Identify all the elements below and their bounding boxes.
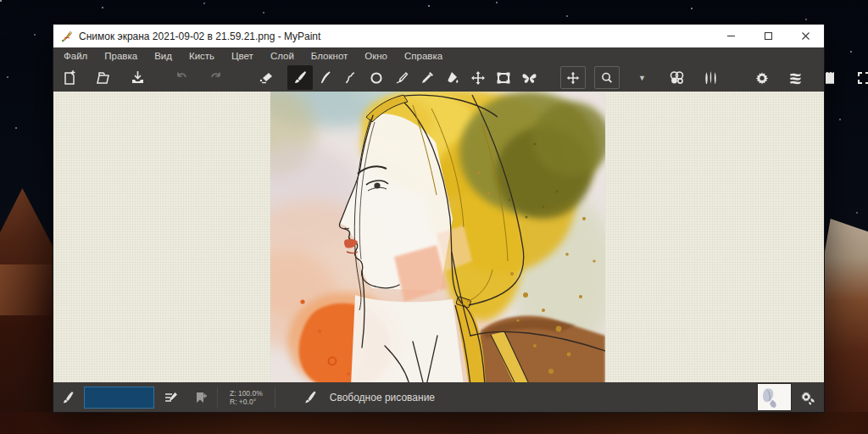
menu-brush[interactable]: Кисть <box>189 51 214 61</box>
color-swatch[interactable] <box>84 387 154 409</box>
maximize-button[interactable] <box>749 25 787 47</box>
desert-rocks-right <box>822 219 868 434</box>
edit-brush-button[interactable] <box>159 390 181 405</box>
scratchpad-options-button[interactable] <box>797 389 819 406</box>
move-layer-icon <box>470 70 487 86</box>
toolbar: ▼ <box>53 64 824 92</box>
inking-icon <box>393 70 410 86</box>
lines-curves-button[interactable] <box>313 65 338 90</box>
canvas-area[interactable] <box>53 92 824 382</box>
freehand-brush-indicator[interactable] <box>299 389 321 405</box>
open-file-icon <box>95 70 112 86</box>
close-button[interactable] <box>787 25 824 47</box>
open-file-button[interactable] <box>91 65 116 90</box>
mypaint-app-icon <box>60 30 74 43</box>
redo-button[interactable] <box>203 65 228 90</box>
ellipse-icon <box>368 70 385 86</box>
move-layer-button[interactable] <box>465 65 491 90</box>
color-picker-button[interactable] <box>415 65 440 90</box>
mypaint-window: Снимок экрана 2021-09-02 в 21.59.21.png … <box>53 24 825 413</box>
gear-brush-icon <box>799 389 816 406</box>
undo-button[interactable] <box>169 65 194 90</box>
window-title: Снимок экрана 2021-09-02 в 21.59.21.png … <box>79 31 320 42</box>
edit-brush-icon <box>163 390 179 405</box>
view-readout: Z: 100.0% R: +0.0° <box>230 389 263 406</box>
desert-rocks-bottom <box>0 412 868 434</box>
redo-icon <box>208 70 224 86</box>
close-icon <box>801 31 810 41</box>
menubar: Файл Правка Вид Кисть Цвет Слой Блокнот … <box>53 47 824 64</box>
brush-list-button[interactable] <box>698 65 724 90</box>
layers-button[interactable] <box>783 65 809 90</box>
titlebar[interactable]: Снимок экрана 2021-09-02 в 21.59.21.png … <box>53 25 824 47</box>
paintbrush-icon <box>292 70 309 86</box>
eraser-button[interactable] <box>253 65 279 90</box>
menu-edit[interactable]: Правка <box>104 51 137 61</box>
symmetry-butterfly-icon <box>520 70 538 86</box>
menu-file[interactable]: Файл <box>64 51 87 61</box>
paintbrush-button[interactable] <box>287 65 313 90</box>
pan-view-button[interactable] <box>560 66 586 89</box>
menu-window[interactable]: Окно <box>364 51 387 61</box>
scratchpad-button[interactable] <box>817 65 843 90</box>
new-file-icon <box>62 70 78 86</box>
statusbar: Z: 100.0% R: +0.0° Свободное рисование <box>53 382 824 412</box>
brush-settings-button[interactable] <box>749 65 775 90</box>
minimize-button[interactable] <box>712 25 749 47</box>
add-bookmark-button[interactable] <box>190 390 212 405</box>
mode-label: Свободное рисование <box>330 392 435 403</box>
minimize-icon <box>726 31 736 41</box>
brush-color-button[interactable] <box>57 390 79 405</box>
tool-dropdown-button[interactable]: ▼ <box>638 74 646 82</box>
save-file-button[interactable] <box>125 65 150 90</box>
scratchpad-icon <box>821 70 838 86</box>
maximize-icon <box>764 31 773 41</box>
frame-icon <box>495 70 512 86</box>
menu-view[interactable]: Вид <box>154 51 172 61</box>
inking-button[interactable] <box>389 65 415 90</box>
zoom-view-icon <box>599 70 615 86</box>
zoom-view-button[interactable] <box>594 66 620 89</box>
eraser-icon <box>258 70 275 86</box>
brushes-icon <box>702 70 720 86</box>
layers-icon <box>787 70 804 86</box>
rotation-readout: R: +0.0° <box>230 398 263 406</box>
brush-color-icon <box>60 390 75 405</box>
fullscreen-icon <box>855 70 868 86</box>
bookmark-plus-icon <box>193 390 209 405</box>
frame-button[interactable] <box>491 65 516 90</box>
connected-lines-button[interactable] <box>338 65 364 90</box>
menu-help[interactable]: Справка <box>404 51 442 61</box>
menu-color[interactable]: Цвет <box>231 51 253 61</box>
new-file-button[interactable] <box>57 65 82 90</box>
thumbnail-sketch <box>758 384 791 410</box>
menu-scratchpad[interactable]: Блокнот <box>311 51 348 61</box>
freehand-brush-icon <box>302 389 318 405</box>
flood-fill-icon <box>444 70 461 86</box>
save-file-icon <box>130 70 146 86</box>
fullscreen-button[interactable] <box>851 65 868 90</box>
undo-icon <box>174 70 190 86</box>
preview-thumbnail[interactable] <box>757 383 792 411</box>
ellipse-button[interactable] <box>364 65 389 90</box>
menu-layer[interactable]: Слой <box>270 51 294 61</box>
watercolor-portrait[interactable] <box>270 92 605 382</box>
statusbar-separator <box>275 387 275 408</box>
flood-fill-button[interactable] <box>440 65 465 90</box>
gear-icon <box>754 70 771 86</box>
color-wheel-button[interactable] <box>665 65 690 90</box>
pan-view-icon <box>565 70 581 86</box>
connected-lines-icon <box>342 70 359 86</box>
lines-curves-icon <box>317 70 334 86</box>
symmetry-button[interactable] <box>516 65 542 90</box>
color-rings-icon <box>668 70 686 86</box>
zoom-readout: Z: 100.0% <box>230 389 263 398</box>
statusbar-separator <box>217 387 218 408</box>
color-picker-icon <box>419 70 436 86</box>
